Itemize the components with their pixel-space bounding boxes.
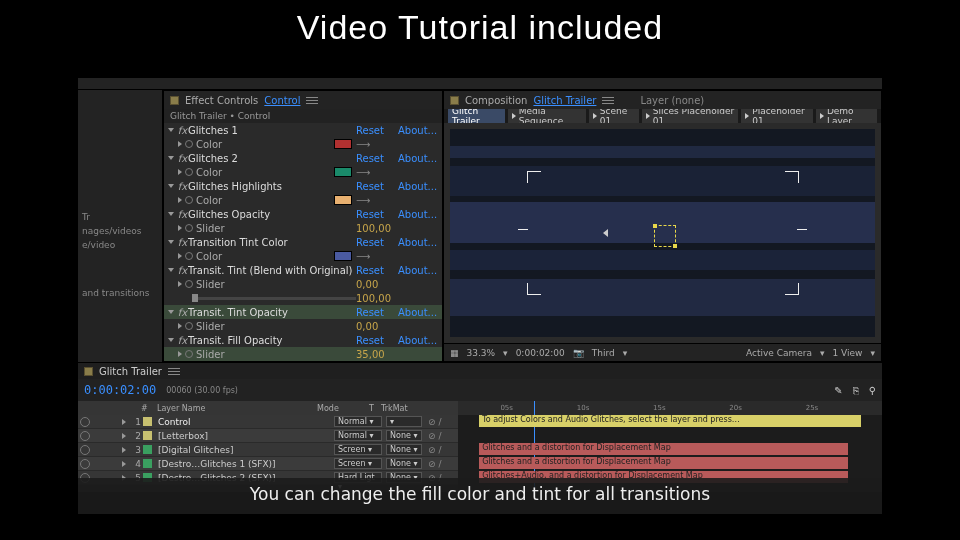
- effect-row[interactable]: fxGlitches HighlightsResetAbout...: [164, 179, 442, 193]
- layer-name[interactable]: [Destro…Glitches 1 (SFX)]: [154, 459, 334, 469]
- panel-menu-icon[interactable]: [602, 97, 614, 104]
- quality-dropdown[interactable]: Third: [592, 348, 615, 358]
- tl-tool-icon[interactable]: ⎘: [853, 385, 859, 396]
- twirl-icon[interactable]: [178, 281, 182, 287]
- chevron-down-icon[interactable]: ▾: [820, 348, 825, 358]
- effect-row[interactable]: fxTransit. Tint (Blend with Original)Res…: [164, 263, 442, 277]
- twirl-icon[interactable]: [178, 197, 182, 203]
- layer-color-icon[interactable]: [143, 417, 152, 426]
- stopwatch-icon[interactable]: [185, 196, 193, 204]
- stopwatch-icon[interactable]: [185, 224, 193, 232]
- effect-row[interactable]: fxTransit. Tint OpacityResetAbout...: [164, 305, 442, 319]
- comp-preview[interactable]: [450, 129, 875, 337]
- slider-track[interactable]: 100,00: [164, 291, 442, 305]
- twirl-icon[interactable]: [178, 323, 182, 329]
- reset-link[interactable]: Reset: [356, 307, 398, 318]
- about-link[interactable]: About...: [398, 209, 438, 220]
- layer-name[interactable]: Control: [154, 417, 334, 427]
- effect-prop-row[interactable]: Slider35,00: [164, 347, 442, 361]
- effect-row[interactable]: fxTransition Tint ColorResetAbout...: [164, 235, 442, 249]
- trkmat-dropdown[interactable]: None ▾: [386, 430, 422, 441]
- chevron-down-icon[interactable]: ▾: [870, 348, 875, 358]
- reset-link[interactable]: Reset: [356, 209, 398, 220]
- stopwatch-icon[interactable]: [185, 252, 193, 260]
- trkmat-dropdown[interactable]: None ▾: [386, 458, 422, 469]
- grid-icon[interactable]: ▦: [450, 348, 459, 358]
- layer-bar[interactable]: To adjust Colors and Audio Glitches, sel…: [479, 415, 861, 427]
- about-link[interactable]: About...: [398, 125, 438, 136]
- about-link[interactable]: About...: [398, 265, 438, 276]
- stopwatch-icon[interactable]: [185, 140, 193, 148]
- layer-row[interactable]: 3[Digital Glitches]Screen ▾None ▾⊘ /: [78, 443, 458, 457]
- eyedropper-icon[interactable]: ⟶: [356, 251, 398, 262]
- zoom-dropdown[interactable]: 33.3%: [467, 348, 496, 358]
- visibility-toggle[interactable]: [80, 445, 90, 455]
- tl-tool-icon[interactable]: ✎: [834, 385, 842, 396]
- blend-mode-dropdown[interactable]: Normal ▾: [334, 430, 382, 441]
- visibility-toggle[interactable]: [80, 459, 90, 469]
- twirl-icon[interactable]: [122, 461, 126, 467]
- effect-row[interactable]: fxGlitches 1ResetAbout...: [164, 123, 442, 137]
- twirl-icon[interactable]: [168, 128, 174, 132]
- twirl-icon[interactable]: [168, 338, 174, 342]
- twirl-icon[interactable]: [178, 141, 182, 147]
- layer-color-icon[interactable]: [143, 459, 152, 468]
- layer-row[interactable]: 4[Destro…Glitches 1 (SFX)]Screen ▾None ▾…: [78, 457, 458, 471]
- layer-color-icon[interactable]: [143, 445, 152, 454]
- effect-row[interactable]: fxGlitches 2ResetAbout...: [164, 151, 442, 165]
- twirl-icon[interactable]: [178, 253, 182, 259]
- comp-tab[interactable]: Glitch Trailer: [448, 109, 505, 123]
- reset-link[interactable]: Reset: [356, 153, 398, 164]
- layer-name[interactable]: [Letterbox]: [154, 431, 334, 441]
- about-link[interactable]: About...: [398, 181, 438, 192]
- stopwatch-icon[interactable]: [185, 168, 193, 176]
- effect-prop-row[interactable]: Slider100,00: [164, 221, 442, 235]
- twirl-icon[interactable]: [168, 156, 174, 160]
- layer-row[interactable]: 2[Letterbox]Normal ▾None ▾⊘ /: [78, 429, 458, 443]
- trkmat-dropdown[interactable]: None ▾: [386, 444, 422, 455]
- timecode-label[interactable]: 0:00:02:00: [516, 348, 565, 358]
- layer-row[interactable]: 1ControlNormal ▾ ▾⊘ /: [78, 415, 458, 429]
- effect-prop-row[interactable]: Color⟶: [164, 137, 442, 151]
- blend-mode-dropdown[interactable]: Screen ▾: [334, 458, 382, 469]
- effect-row[interactable]: fxGlitches OpacityResetAbout...: [164, 207, 442, 221]
- layer-color-icon[interactable]: [143, 431, 152, 440]
- color-swatch[interactable]: [334, 195, 352, 205]
- tl-tool-icon[interactable]: ⚲: [869, 385, 876, 396]
- camera-icon[interactable]: 📷: [573, 348, 584, 358]
- twirl-icon[interactable]: [168, 184, 174, 188]
- comp-tab[interactable]: Placeholder 01: [741, 109, 813, 123]
- eyedropper-icon[interactable]: ⟶: [356, 139, 398, 150]
- effect-prop-row[interactable]: Slider0,00: [164, 319, 442, 333]
- eyedropper-icon[interactable]: ⟶: [356, 167, 398, 178]
- twirl-icon[interactable]: [168, 240, 174, 244]
- prop-value[interactable]: 100,00: [356, 223, 398, 234]
- color-swatch[interactable]: [334, 139, 352, 149]
- comp-tab[interactable]: Demo Layer: [816, 109, 877, 123]
- panel-menu-icon[interactable]: [306, 97, 318, 104]
- color-swatch[interactable]: [334, 167, 352, 177]
- prop-value[interactable]: 0,00: [356, 321, 398, 332]
- about-link[interactable]: About...: [398, 237, 438, 248]
- comp-tab[interactable]: Slices Placeholder 01: [642, 109, 738, 123]
- reset-link[interactable]: Reset: [356, 265, 398, 276]
- effect-prop-row[interactable]: Color⟶: [164, 249, 442, 263]
- comp-tab[interactable]: Scene 01: [589, 109, 639, 123]
- eyedropper-icon[interactable]: ⟶: [356, 195, 398, 206]
- layer-bar[interactable]: Glitches and a distortion for Displaceme…: [479, 457, 848, 469]
- chevron-down-icon[interactable]: ▾: [503, 348, 508, 358]
- current-time[interactable]: 0:00:02:00: [84, 383, 156, 397]
- effect-prop-row[interactable]: Slider0,00: [164, 277, 442, 291]
- stopwatch-icon[interactable]: [185, 350, 193, 358]
- reset-link[interactable]: Reset: [356, 181, 398, 192]
- twirl-icon[interactable]: [122, 419, 126, 425]
- color-swatch[interactable]: [334, 251, 352, 261]
- comp-tab[interactable]: Media Sequence: [508, 109, 586, 123]
- reset-link[interactable]: Reset: [356, 237, 398, 248]
- camera-dropdown[interactable]: Active Camera: [746, 348, 812, 358]
- twirl-icon[interactable]: [178, 169, 182, 175]
- twirl-icon[interactable]: [168, 310, 174, 314]
- view-dropdown[interactable]: 1 View: [833, 348, 863, 358]
- chevron-down-icon[interactable]: ▾: [623, 348, 628, 358]
- about-link[interactable]: About...: [398, 153, 438, 164]
